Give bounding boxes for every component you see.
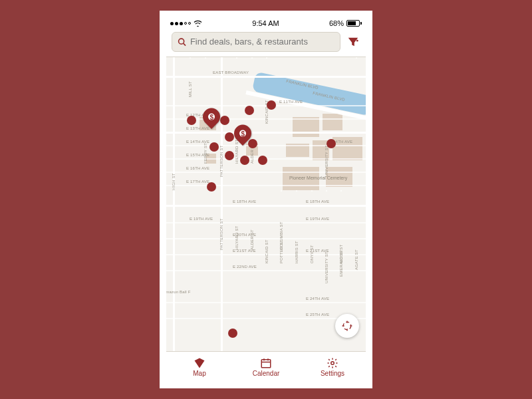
svg-point-2 — [355, 38, 357, 40]
gear-icon — [327, 357, 338, 369]
tab-map[interactable]: Map — [166, 352, 233, 382]
road — [251, 57, 253, 59]
road — [190, 57, 191, 59]
street-label: ALDER ST — [250, 229, 254, 250]
filter-button[interactable] — [346, 35, 360, 49]
map-pin-icon — [194, 357, 205, 369]
tab-label: Map — [193, 370, 205, 377]
search-icon — [178, 37, 186, 47]
road — [166, 145, 366, 146]
street-label: EAST BROADWAY — [213, 70, 249, 74]
wifi-icon — [194, 20, 202, 27]
road — [166, 132, 366, 134]
map-pin[interactable] — [258, 156, 267, 165]
road — [236, 57, 237, 59]
funnel-icon — [347, 36, 359, 48]
street-label: HIGH ST — [172, 173, 176, 190]
map-pin[interactable] — [207, 182, 216, 192]
street-label: HILYARD ST — [235, 226, 239, 250]
street-label: COLUMBIA ST — [279, 221, 283, 250]
battery-pct: 68% — [329, 19, 344, 27]
road — [356, 57, 357, 59]
road — [173, 57, 175, 351]
street-label: AGATE ST — [354, 249, 358, 270]
tab-label: Settings — [321, 370, 344, 377]
road — [166, 222, 366, 223]
street-label: UNIVERSITY ST — [325, 145, 329, 177]
locate-button[interactable] — [335, 314, 359, 338]
street-label: E 13TH AVE — [186, 126, 209, 130]
map-pin[interactable] — [240, 156, 249, 165]
road — [221, 57, 223, 351]
road — [166, 302, 366, 303]
road — [166, 318, 366, 319]
street-label: E 19TH AVE — [190, 217, 213, 221]
landmark-label-ballfield: Amazon Ball F — [166, 290, 191, 294]
road — [266, 57, 267, 59]
street-label: E 19TH AVE — [306, 217, 329, 221]
street-label: MOSS ST — [339, 245, 343, 263]
status-bar: 9:54 AM 68% — [166, 17, 366, 29]
road — [166, 185, 366, 186]
road — [296, 190, 297, 192]
status-time: 9:54 AM — [252, 19, 279, 27]
road — [340, 190, 342, 192]
street-label: E 18TH AVE — [233, 200, 256, 203]
street-label: E 16TH AVE — [186, 166, 209, 170]
crosshair-icon — [340, 319, 354, 332]
street-label: FERRY ST — [203, 143, 207, 164]
street-label: E 24TH AVE — [306, 297, 329, 301]
building — [293, 117, 319, 137]
street-label: PATTERSON ST — [219, 145, 223, 177]
street-label: HARRIS ST — [295, 241, 299, 263]
street-label: E 25TH AVE — [306, 313, 329, 317]
map-pin[interactable] — [187, 116, 196, 125]
street-label: E 11TH AVE — [279, 100, 303, 104]
street-label: ONYX ST — [310, 245, 314, 263]
road — [166, 205, 366, 207]
building — [323, 114, 342, 130]
map-pin[interactable] — [248, 139, 257, 148]
road — [311, 190, 313, 192]
phone-frame: 9:54 AM 68% — [160, 11, 372, 388]
svg-line-1 — [184, 43, 186, 45]
road — [166, 270, 366, 271]
street-label: HILYARD ST — [235, 140, 239, 164]
road — [166, 172, 366, 173]
street-label: UNIVERSITY ST — [325, 251, 329, 283]
map-pin[interactable] — [209, 142, 219, 152]
tab-settings[interactable]: Settings — [299, 352, 366, 382]
map-pin[interactable] — [225, 132, 234, 142]
road — [281, 190, 282, 192]
search-input[interactable] — [190, 37, 334, 47]
map-pin[interactable] — [267, 100, 276, 110]
road — [166, 76, 366, 78]
calendar-icon — [260, 357, 272, 369]
map-pin[interactable] — [228, 329, 237, 338]
map-pin[interactable] — [245, 106, 254, 115]
battery-icon — [346, 20, 362, 27]
map-view[interactable]: EAST BROADWAY E 11TH AVE E 12TH AVE E 13… — [166, 57, 366, 351]
road — [205, 57, 206, 59]
tab-bar: Map Calendar Settings — [166, 351, 366, 382]
street-label: E 22ND AVE — [233, 265, 257, 269]
top-bar — [166, 29, 366, 57]
signal-dots-icon — [170, 22, 191, 25]
map-pin[interactable] — [225, 151, 234, 160]
map-pin[interactable] — [220, 116, 229, 125]
svg-point-13 — [331, 361, 334, 364]
landmark-label: Pioneer Memorial Cemetery — [289, 176, 347, 181]
street-label: PATTERSON ST — [219, 218, 223, 250]
svg-point-4 — [343, 322, 351, 330]
svg-point-0 — [179, 39, 184, 44]
street-label: E 18TH AVE — [306, 200, 329, 203]
tab-label: Calendar — [253, 370, 280, 377]
street-label: MILL ST — [188, 81, 192, 97]
road — [326, 190, 327, 192]
svg-rect-9 — [261, 359, 271, 367]
street-label: E 17TH AVE — [186, 180, 209, 184]
street-label: KINCAID ST — [265, 239, 269, 263]
search-box[interactable] — [172, 32, 340, 52]
tab-calendar[interactable]: Calendar — [233, 352, 299, 382]
map-pin[interactable] — [327, 139, 336, 148]
